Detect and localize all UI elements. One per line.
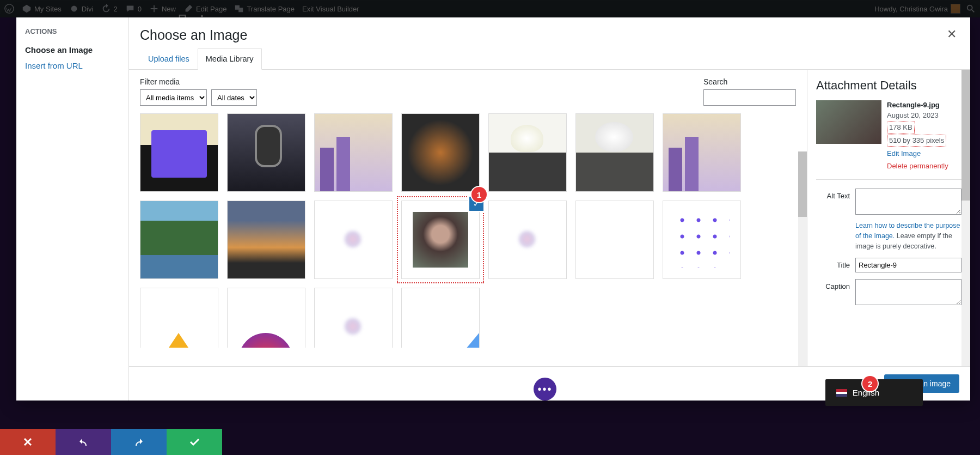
undo-button[interactable] [56, 429, 111, 455]
cancel-button[interactable] [0, 429, 56, 455]
save-button[interactable] [167, 429, 222, 455]
sidebar-item-choose-image[interactable]: Choose an Image [25, 42, 120, 58]
caption-label: Caption [816, 279, 850, 290]
media-item[interactable] [227, 288, 305, 348]
builder-bottom-bar [0, 429, 222, 455]
media-item[interactable] [401, 113, 480, 192]
edit-image-link[interactable]: Edit Image [887, 149, 948, 159]
media-item-selected[interactable]: ✓ 1 [401, 201, 480, 279]
media-item[interactable] [401, 288, 480, 348]
sidebar-item-insert-url[interactable]: Insert from URL [25, 58, 120, 74]
modal-title: Choose an Image [129, 17, 970, 48]
media-item[interactable] [314, 201, 393, 279]
media-item[interactable] [140, 201, 218, 279]
media-grid[interactable]: ✓ 1 [140, 113, 796, 348]
builder-fab[interactable]: ••• [534, 378, 556, 401]
alt-text-input[interactable] [855, 189, 961, 215]
tab-media-library[interactable]: Media Library [198, 48, 262, 70]
attachment-size: 178 KB [887, 122, 915, 134]
grid-scrollbar[interactable] [798, 151, 807, 366]
media-item[interactable] [663, 201, 741, 279]
media-item[interactable] [575, 113, 654, 192]
media-item[interactable] [314, 288, 393, 348]
filter-media-label: Filter media [140, 77, 257, 86]
redo-button[interactable] [111, 429, 167, 455]
us-flag-icon [836, 389, 847, 397]
attachment-thumbnail [816, 100, 881, 144]
attachment-dimensions: 510 by 335 pixels [887, 135, 946, 147]
modal-sidebar: Actions Choose an Image Insert from URL [16, 17, 129, 401]
close-button[interactable]: ✕ [947, 27, 957, 41]
media-item[interactable] [488, 113, 567, 192]
media-item[interactable] [314, 113, 393, 192]
attachment-filename: Rectangle-9.jpg [887, 100, 948, 111]
media-item[interactable] [663, 113, 741, 192]
title-label: Title [816, 258, 850, 269]
tab-upload-files[interactable]: Upload files [140, 48, 198, 70]
alt-text-help: Learn how to describe the purpose of the… [855, 221, 961, 251]
media-item[interactable] [140, 113, 218, 192]
media-item[interactable] [227, 201, 305, 279]
step-marker-1: 1 [471, 187, 487, 202]
filter-type-select[interactable]: All media items [140, 89, 207, 106]
caption-input[interactable] [855, 279, 961, 305]
alt-text-label: Alt Text [816, 189, 850, 200]
search-input[interactable] [703, 89, 796, 106]
media-item[interactable] [488, 201, 567, 279]
attachment-details-title: Attachment Details [816, 78, 961, 93]
filter-date-select[interactable]: All dates [211, 89, 257, 106]
search-label: Search [703, 77, 796, 86]
attachment-date: August 20, 2023 [887, 111, 948, 121]
media-item[interactable] [575, 201, 654, 279]
delete-permanently-link[interactable]: Delete permanently [887, 161, 948, 172]
details-scrollbar[interactable] [961, 70, 970, 366]
title-input[interactable] [855, 258, 961, 272]
attachment-details-panel: Attachment Details Rectangle-9.jpg Augus… [807, 70, 970, 366]
media-item[interactable] [140, 288, 218, 348]
media-item[interactable] [227, 113, 305, 192]
media-library-area: Filter media All media items All dates S… [129, 70, 807, 366]
step-marker-2: 2 [862, 376, 878, 391]
actions-heading: Actions [25, 27, 120, 35]
media-tabs: Upload files Media Library [129, 48, 970, 70]
media-modal: Actions Choose an Image Insert from URL … [16, 17, 970, 401]
